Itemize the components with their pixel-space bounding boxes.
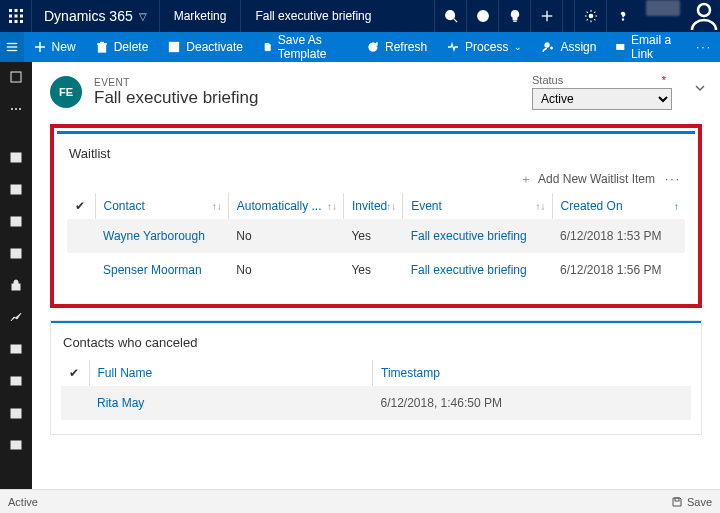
rail-item-6-icon[interactable] <box>0 370 32 392</box>
svg-rect-4 <box>14 15 17 18</box>
svg-rect-34 <box>11 153 21 162</box>
app-switcher[interactable]: Dynamics 365 ▽ <box>32 0 160 32</box>
expand-header-icon[interactable] <box>692 80 708 100</box>
svg-rect-6 <box>9 20 12 23</box>
delete-button[interactable]: Delete <box>86 32 159 62</box>
search-icon[interactable] <box>434 0 466 32</box>
command-bar: New Delete Deactivate Save As Template R… <box>0 32 720 62</box>
help-icon[interactable] <box>606 0 638 32</box>
rail-item-1-icon[interactable] <box>0 146 32 168</box>
task-icon[interactable] <box>466 0 498 32</box>
svg-rect-42 <box>12 284 20 290</box>
svg-rect-8 <box>20 20 23 23</box>
col-created[interactable]: Created On↑ <box>552 193 685 219</box>
global-nav-bar: Dynamics 365 ▽ Marketing Fall executive … <box>0 0 720 32</box>
sort-icon: ↑ <box>674 201 679 212</box>
rail-item-2-icon[interactable] <box>0 178 32 200</box>
breadcrumb[interactable]: Fall executive briefing <box>241 0 385 32</box>
svg-line-10 <box>453 19 457 23</box>
table-row[interactable]: Wayne Yarborough No Yes Fall executive b… <box>67 219 685 253</box>
waitlist-more-icon[interactable]: ··· <box>665 172 681 186</box>
svg-rect-30 <box>11 72 21 82</box>
save-button[interactable]: Save <box>671 496 712 508</box>
sort-icon: ↑↓ <box>327 201 337 212</box>
svg-rect-40 <box>11 249 21 258</box>
save-as-template-button[interactable]: Save As Template <box>253 32 357 62</box>
svg-rect-38 <box>11 217 21 226</box>
rail-item-4-icon[interactable] <box>0 242 32 264</box>
contact-link[interactable]: Wayne Yarborough <box>95 219 228 253</box>
svg-point-31 <box>11 108 13 110</box>
refresh-button[interactable]: Refresh <box>357 32 437 62</box>
col-fullname[interactable]: Full Name <box>89 360 373 386</box>
select-all-checkbox[interactable]: ✔ <box>61 360 89 386</box>
new-button[interactable]: New <box>24 32 86 62</box>
add-icon[interactable] <box>530 0 562 32</box>
status-select[interactable]: Active <box>532 88 672 110</box>
contact-link[interactable]: Rita May <box>89 386 373 420</box>
lightbulb-icon[interactable] <box>498 0 530 32</box>
rail-recent-icon[interactable] <box>0 66 32 88</box>
left-rail <box>0 62 32 489</box>
event-link[interactable]: Fall executive briefing <box>403 253 552 287</box>
rail-item-5-icon[interactable] <box>0 338 32 360</box>
more-commands-icon[interactable]: ··· <box>688 32 720 62</box>
table-row[interactable]: Spenser Moorman No Yes Fall executive br… <box>67 253 685 287</box>
sort-icon: ↑↓ <box>212 201 222 212</box>
contact-link[interactable]: Spenser Moorman <box>95 253 228 287</box>
rail-item-3-icon[interactable] <box>0 210 32 232</box>
svg-rect-45 <box>11 377 21 385</box>
add-waitlist-item-button[interactable]: ＋ Add New Waitlist Item <box>520 171 655 188</box>
sort-icon: ↑↓ <box>386 201 396 212</box>
chevron-down-icon: ▽ <box>139 11 147 22</box>
svg-rect-7 <box>14 20 17 23</box>
app-name-label: Dynamics 365 <box>44 8 133 24</box>
table-row[interactable]: Rita May 6/12/2018, 1:46:50 PM <box>61 386 691 420</box>
waitlist-grid: ✔ Contact↑↓ Automatically ...↑↓ Invited↑… <box>67 193 685 287</box>
settings-icon[interactable] <box>574 0 606 32</box>
svg-point-28 <box>545 43 549 47</box>
svg-rect-23 <box>98 44 105 52</box>
assign-button[interactable]: Assign <box>532 32 606 62</box>
col-contact[interactable]: Contact↑↓ <box>95 193 228 219</box>
col-auto[interactable]: Automatically ...↑↓ <box>228 193 343 219</box>
svg-rect-36 <box>11 185 21 194</box>
record-name: Fall executive briefing <box>94 88 258 108</box>
rail-analytics-icon[interactable] <box>0 306 32 328</box>
canceled-grid: ✔ Full Name Timestamp Rita May 6/12/2018… <box>61 360 691 420</box>
col-invited[interactable]: Invited↑↓ <box>343 193 402 219</box>
area-label[interactable]: Marketing <box>160 0 242 32</box>
rail-item-7-icon[interactable] <box>0 402 32 424</box>
svg-point-17 <box>698 4 710 16</box>
canceled-panel-title: Contacts who canceled <box>61 333 691 360</box>
svg-rect-48 <box>11 441 21 449</box>
rail-item-8-icon[interactable] <box>0 434 32 456</box>
svg-point-33 <box>19 108 21 110</box>
chevron-down-icon: ⌄ <box>514 42 522 52</box>
event-link[interactable]: Fall executive briefing <box>403 219 552 253</box>
user-avatar-icon[interactable] <box>688 0 720 32</box>
footer-status: Active <box>8 496 38 508</box>
sitemap-toggle-icon[interactable] <box>0 32 24 62</box>
user-name-blurred <box>646 0 680 16</box>
svg-rect-5 <box>20 15 23 18</box>
svg-rect-49 <box>675 498 679 501</box>
svg-rect-43 <box>11 345 21 353</box>
sort-icon: ↑↓ <box>536 201 546 212</box>
deactivate-button[interactable]: Deactivate <box>158 32 253 62</box>
process-button[interactable]: Process⌄ <box>437 32 532 62</box>
email-link-button[interactable]: Email a Link <box>606 32 688 62</box>
svg-rect-46 <box>11 409 21 418</box>
rail-lock-icon[interactable] <box>0 274 32 296</box>
col-event[interactable]: Event↑↓ <box>403 193 552 219</box>
app-launcher-icon[interactable] <box>0 0 32 32</box>
svg-point-32 <box>15 108 17 110</box>
col-timestamp[interactable]: Timestamp <box>373 360 692 386</box>
plus-icon: ＋ <box>520 171 532 188</box>
select-all-checkbox[interactable]: ✔ <box>67 193 95 219</box>
svg-rect-1 <box>14 9 17 12</box>
svg-point-9 <box>445 11 454 20</box>
rail-more-icon[interactable] <box>0 98 32 120</box>
status-label: Status <box>532 74 563 86</box>
svg-rect-3 <box>9 15 12 18</box>
